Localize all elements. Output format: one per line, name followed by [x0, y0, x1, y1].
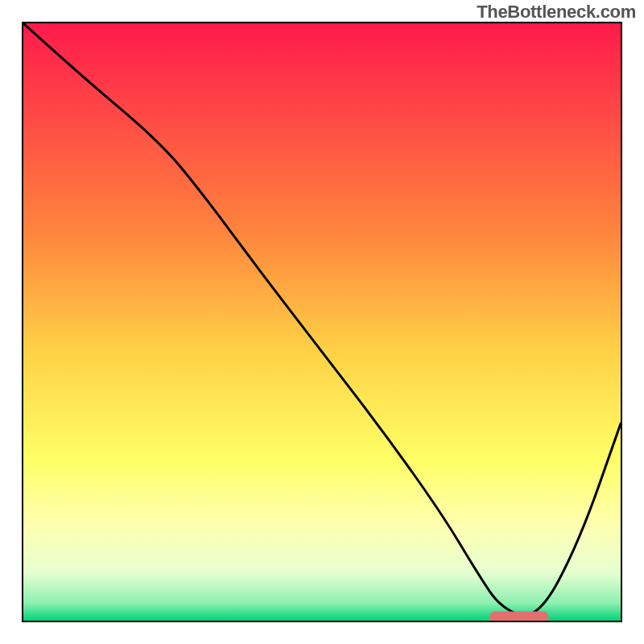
watermark-text: TheBottleneck.com [477, 2, 636, 23]
chart-root: TheBottleneck.com [0, 0, 644, 644]
gradient-background [23, 23, 621, 621]
chart-svg [23, 23, 621, 621]
chart-plot-area [22, 22, 622, 622]
